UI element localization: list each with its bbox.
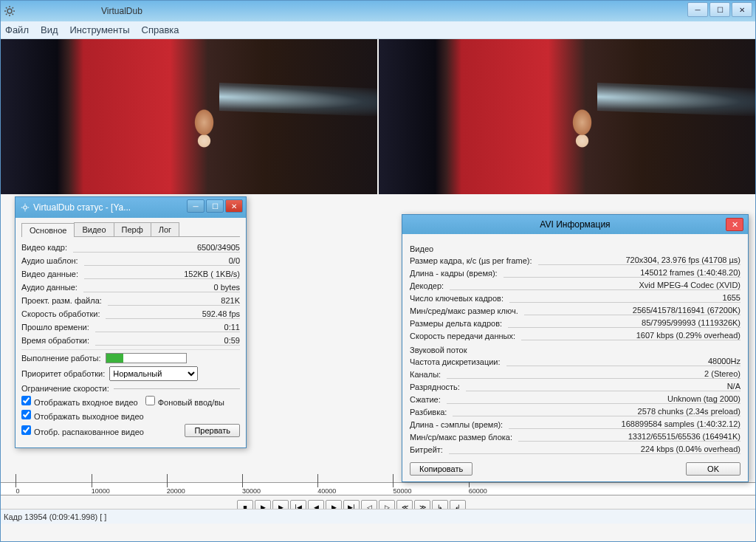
- svg-point-1: [24, 206, 27, 209]
- tick: 50000: [393, 487, 411, 495]
- status-dialog[interactable]: VirtualDub статус - [Ya... ─ ☐ ✕ Основно…: [15, 196, 247, 448]
- val: 168899584 samples (1:40:32.12): [509, 419, 740, 429]
- lbl: Длина - сэмплы (время):: [410, 420, 503, 429]
- status-max-button[interactable]: ☐: [206, 199, 224, 213]
- lbl: Длина - кадры (время):: [410, 269, 498, 278]
- menubar: Файл Вид Инструменты Справка: [1, 21, 755, 39]
- val: 2 (Stereo): [447, 369, 740, 379]
- lbl: Мин/сред/макс размер ключ.: [410, 306, 518, 315]
- copy-button[interactable]: Копировать: [410, 462, 472, 476]
- titlebar[interactable]: VirtualDub ─ ☐ ✕: [1, 1, 755, 21]
- cb-show-input[interactable]: Отображать входное видео: [21, 396, 138, 407]
- tick: 40000: [317, 487, 336, 495]
- close-button[interactable]: ✕: [732, 2, 752, 17]
- window-title: VirtualDub: [101, 6, 142, 16]
- cb-show-output[interactable]: Отображать выходное видео: [21, 410, 144, 421]
- val: 720x304, 23.976 fps (41708 µs): [538, 255, 740, 265]
- checkbox[interactable]: [145, 396, 155, 405]
- val: 0:11: [95, 323, 240, 332]
- val: 592.48 fps: [106, 309, 240, 319]
- lbl: Сжатие:: [410, 395, 441, 404]
- status-tabs: Основное Видео Перф Лог: [21, 222, 240, 237]
- timeline-ruler[interactable]: 0 10000 20000 30000 40000 50000 60000: [1, 482, 755, 495]
- cb-show-decoded[interactable]: Отобр. распакованное видео: [21, 425, 144, 436]
- speed-slider[interactable]: [114, 388, 240, 393]
- val: 1607 kbps (0.29% overhead): [521, 331, 740, 340]
- menu-view[interactable]: Вид: [41, 24, 58, 35]
- status-title: VirtualDub статус - [Ya...: [33, 202, 131, 213]
- lbl: Видео кадр:: [21, 243, 67, 252]
- lbl: Проект. разм. файла:: [21, 296, 102, 305]
- status-titlebar[interactable]: VirtualDub статус - [Ya... ─ ☐ ✕: [16, 197, 246, 218]
- lbl: Размер кадра, к/с (µs per frame):: [410, 256, 532, 265]
- abort-button[interactable]: Прервать: [185, 424, 240, 437]
- avi-titlebar[interactable]: AVI Информация ✕: [402, 215, 748, 234]
- preview-row: [1, 39, 755, 194]
- lbl: Частота дискретизации:: [410, 357, 501, 366]
- lbl: Число ключевых кадров:: [410, 294, 504, 303]
- val: 13312/65515/65536 (164941K): [518, 432, 740, 442]
- tab-perf[interactable]: Перф: [114, 222, 151, 236]
- val: 6500/34905: [73, 243, 240, 253]
- val: 48000Hz: [506, 357, 740, 366]
- tick: 30000: [242, 487, 261, 495]
- timeline: 0 10000 20000 30000 40000 50000 60000 ■ …: [1, 482, 755, 509]
- tick: 60000: [469, 487, 487, 495]
- lbl: Каналы:: [410, 370, 441, 379]
- lbl: Разрядность:: [410, 383, 460, 391]
- val: 1655: [509, 293, 740, 303]
- lbl: Битрейт:: [410, 445, 443, 454]
- lbl: Скорость обработки:: [21, 309, 100, 318]
- priority-label: Приоритет обработки:: [21, 369, 105, 378]
- limit-label: Ограничение скорости:: [21, 384, 109, 393]
- app-icon: [4, 5, 16, 17]
- val: 0:59: [95, 336, 240, 346]
- avi-close-button[interactable]: ✕: [726, 218, 743, 231]
- lbl: Аудио данные:: [21, 283, 78, 292]
- statusbar: Кадр 13954 (0:09:41.998) [ ]: [1, 509, 755, 524]
- status-close-button[interactable]: ✕: [225, 199, 243, 213]
- output-preview[interactable]: [379, 39, 755, 194]
- checkbox[interactable]: [21, 410, 31, 419]
- lbl: Скорость передачи данных:: [410, 332, 515, 340]
- status-min-button[interactable]: ─: [187, 199, 205, 213]
- tick: 20000: [167, 487, 185, 495]
- gear-icon: [20, 202, 30, 213]
- svg-point-0: [7, 9, 12, 13]
- checkbox[interactable]: [21, 396, 31, 405]
- tab-log[interactable]: Лог: [151, 222, 179, 236]
- lbl: Время обработки:: [21, 336, 89, 345]
- val: N/A: [466, 382, 740, 391]
- status-frame-text: Кадр 13954 (0:09:41.998) [ ]: [4, 512, 106, 521]
- ok-button[interactable]: OK: [686, 462, 740, 476]
- menu-file[interactable]: Файл: [5, 24, 29, 35]
- input-preview[interactable]: [1, 39, 377, 194]
- val: 2565/41578/116941 (67200K): [524, 306, 740, 315]
- tab-main[interactable]: Основное: [21, 223, 75, 237]
- tab-video[interactable]: Видео: [74, 222, 114, 236]
- tick: 10000: [92, 487, 110, 495]
- priority-select[interactable]: Нормальный: [109, 366, 198, 381]
- maximize-button[interactable]: ☐: [709, 2, 730, 17]
- checkbox[interactable]: [21, 425, 31, 435]
- val: 85/7995/99993 (1119326K): [508, 318, 740, 328]
- avi-title: AVI Информация: [540, 219, 610, 230]
- lbl: Видео данные:: [21, 270, 78, 278]
- lbl: Разбивка:: [410, 408, 447, 416]
- tick: 0: [16, 487, 19, 495]
- cb-bg-io[interactable]: Фоновый ввод/вы: [145, 396, 224, 407]
- progress-label: Выполнение работы:: [21, 354, 101, 363]
- lbl: Декодер:: [410, 281, 444, 290]
- minimize-button[interactable]: ─: [687, 2, 708, 17]
- menu-help[interactable]: Справка: [142, 24, 179, 35]
- progress-bar: [106, 353, 187, 363]
- avi-info-dialog[interactable]: AVI Информация ✕ Видео Размер кадра, к/с…: [402, 214, 749, 482]
- val: Unknown (tag 2000): [447, 394, 740, 404]
- audio-group-label: Звуковой поток: [410, 346, 740, 354]
- lbl: Прошло времени:: [21, 323, 89, 332]
- menu-tools[interactable]: Инструменты: [70, 24, 130, 35]
- val: 0 bytes: [83, 283, 240, 292]
- val: 224 kbps (0.04% overhead): [449, 445, 740, 454]
- lbl: Аудио шаблон:: [21, 256, 78, 265]
- val: 145012 frames (1:40:48.20): [504, 268, 740, 278]
